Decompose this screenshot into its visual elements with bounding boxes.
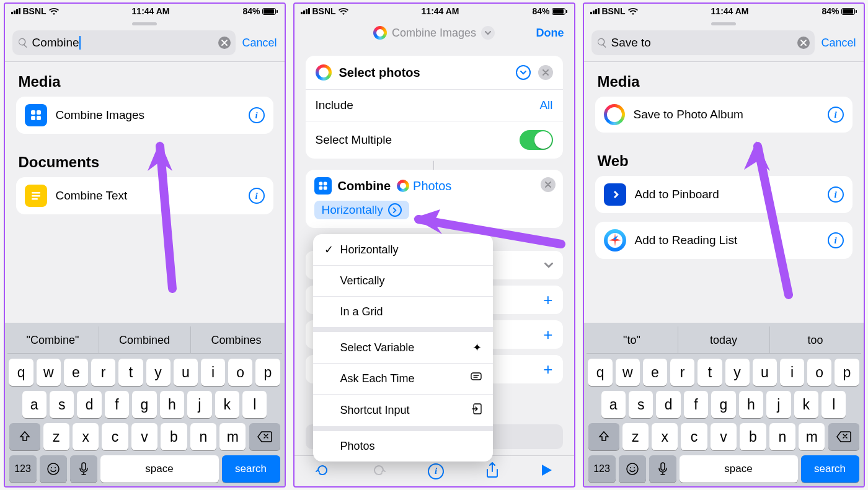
key-a[interactable]: a: [601, 391, 626, 418]
key-o[interactable]: o: [228, 359, 252, 386]
info-toolbar-button[interactable]: i: [428, 463, 444, 479]
key-x[interactable]: x: [73, 423, 99, 450]
key-i[interactable]: i: [780, 359, 804, 386]
key-s[interactable]: s: [629, 391, 653, 418]
result-combine-text[interactable]: Combine Text i: [16, 177, 273, 214]
key-t[interactable]: t: [698, 359, 722, 386]
key-q[interactable]: q: [588, 359, 612, 386]
result-combine-images[interactable]: Combine Images i: [16, 97, 273, 134]
mode-selector[interactable]: Horizontally: [314, 201, 409, 219]
sheet-grabber[interactable]: [711, 22, 736, 25]
result-reading-list[interactable]: Add to Reading List i: [595, 222, 852, 259]
option-photos-var[interactable]: Photos: [313, 431, 493, 462]
key-d[interactable]: d: [77, 391, 101, 418]
key-f[interactable]: f: [684, 391, 708, 418]
clear-button[interactable]: [218, 37, 231, 49]
number-key[interactable]: 123: [9, 455, 37, 483]
suggestion[interactable]: "to": [587, 326, 678, 353]
key-m[interactable]: m: [219, 423, 246, 450]
number-key[interactable]: 123: [588, 455, 616, 483]
suggestion[interactable]: Combines: [191, 326, 282, 353]
key-r[interactable]: r: [670, 359, 694, 386]
key-o[interactable]: o: [807, 359, 831, 386]
option-shortcut-input[interactable]: Shortcut Input: [313, 395, 493, 427]
key-t[interactable]: t: [118, 359, 143, 386]
search-input[interactable]: Save to: [591, 30, 815, 55]
key-b[interactable]: b: [161, 423, 187, 450]
search-input[interactable]: Combine: [12, 30, 236, 55]
emoji-key[interactable]: [40, 455, 67, 483]
key-d[interactable]: d: [656, 391, 680, 418]
clear-button[interactable]: [797, 37, 810, 49]
key-g[interactable]: g: [132, 391, 156, 418]
include-row[interactable]: Include All: [306, 90, 563, 121]
info-button[interactable]: i: [828, 107, 844, 123]
key-a[interactable]: a: [22, 391, 46, 418]
sheet-grabber[interactable]: [132, 22, 157, 25]
key-n[interactable]: n: [769, 423, 795, 450]
option-grid[interactable]: In a Grid: [313, 297, 493, 328]
key-q[interactable]: q: [9, 359, 33, 386]
key-x[interactable]: x: [652, 423, 678, 450]
suggestion[interactable]: "Combine": [7, 326, 99, 353]
info-button[interactable]: i: [828, 186, 844, 203]
key-j[interactable]: j: [187, 391, 211, 418]
cancel-button[interactable]: Cancel: [821, 37, 856, 50]
delete-key[interactable]: [249, 423, 280, 450]
key-w[interactable]: w: [37, 359, 61, 386]
option-ask-each-time[interactable]: Ask Each Time: [313, 364, 493, 395]
dictate-key[interactable]: [70, 455, 97, 483]
key-k[interactable]: k: [794, 391, 818, 418]
dictate-key[interactable]: [649, 455, 676, 483]
key-p[interactable]: p: [835, 359, 859, 386]
key-y[interactable]: y: [146, 359, 170, 386]
key-k[interactable]: k: [215, 391, 239, 418]
emoji-key[interactable]: [619, 455, 646, 483]
shift-key[interactable]: [9, 423, 40, 450]
key-z[interactable]: z: [43, 423, 69, 450]
key-s[interactable]: s: [50, 391, 74, 418]
search-key[interactable]: search: [801, 455, 859, 483]
key-c[interactable]: c: [102, 423, 128, 450]
remove-action-button[interactable]: [538, 65, 553, 80]
option-horizontally[interactable]: ✓Horizontally: [313, 234, 493, 266]
remove-action-button[interactable]: [541, 177, 556, 192]
suggestion[interactable]: Combined: [99, 326, 191, 353]
run-button[interactable]: [541, 463, 553, 479]
suggestion[interactable]: too: [770, 326, 861, 353]
result-pinboard[interactable]: Add to Pinboard i: [595, 176, 852, 213]
info-button[interactable]: i: [249, 188, 265, 204]
share-button[interactable]: [485, 462, 499, 481]
space-key[interactable]: space: [680, 455, 798, 483]
search-key[interactable]: search: [222, 455, 280, 483]
key-v[interactable]: v: [711, 423, 737, 450]
key-f[interactable]: f: [105, 391, 129, 418]
key-n[interactable]: n: [190, 423, 216, 450]
key-p[interactable]: p: [255, 359, 280, 386]
option-vertically[interactable]: Vertically: [313, 266, 493, 297]
key-w[interactable]: w: [616, 359, 640, 386]
key-e[interactable]: e: [643, 359, 667, 386]
shift-key[interactable]: [588, 423, 619, 450]
option-select-variable[interactable]: Select Variable✦: [313, 332, 493, 364]
key-r[interactable]: r: [91, 359, 115, 386]
result-save-photo-album[interactable]: Save to Photo Album i: [595, 97, 852, 133]
key-h[interactable]: h: [160, 391, 184, 418]
delete-key[interactable]: [828, 423, 859, 450]
key-z[interactable]: z: [622, 423, 649, 450]
key-m[interactable]: m: [799, 423, 825, 450]
select-multiple-toggle[interactable]: [520, 130, 553, 150]
key-l[interactable]: l: [822, 391, 846, 418]
key-y[interactable]: y: [725, 359, 750, 386]
collapse-toggle[interactable]: [516, 65, 531, 80]
undo-button[interactable]: [315, 463, 330, 480]
key-v[interactable]: v: [131, 423, 157, 450]
info-button[interactable]: i: [828, 232, 844, 248]
suggestion[interactable]: today: [678, 326, 770, 353]
key-e[interactable]: e: [64, 359, 88, 386]
photos-variable-chip[interactable]: Photos: [397, 179, 451, 193]
info-button[interactable]: i: [249, 107, 265, 123]
done-button[interactable]: Done: [536, 27, 564, 40]
cancel-button[interactable]: Cancel: [242, 37, 277, 50]
space-key[interactable]: space: [100, 455, 219, 483]
